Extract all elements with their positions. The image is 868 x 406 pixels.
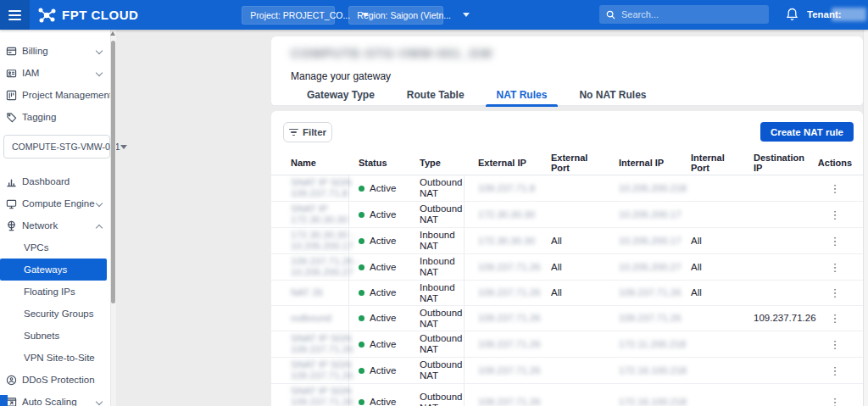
tab-gateway-type[interactable]: Gateway Type xyxy=(291,84,391,106)
cell-text: All xyxy=(691,236,702,247)
redacted-text: 10.205.200.17 xyxy=(619,209,682,220)
compute-engine-icon xyxy=(6,198,17,209)
cell-destination-ip xyxy=(740,281,807,305)
menu-toggle-button[interactable] xyxy=(0,0,30,30)
cell-type: Outbound NAT xyxy=(417,384,465,406)
filter-button-label: Filter xyxy=(303,127,326,137)
redacted-text: SNAT IP SGN xyxy=(291,386,352,397)
cell-internal-ip: 10.205.200.17 xyxy=(605,202,677,227)
table-row: SNAT IP172.30.30.30ActiveOutbound NAT172… xyxy=(271,202,863,228)
cell-destination-ip xyxy=(740,254,807,280)
cell-external-port: All xyxy=(537,254,605,280)
sidebar-item-label: Dashboard xyxy=(20,176,70,186)
sidebar-item-network[interactable]: Network xyxy=(0,214,116,236)
table-row: SNAT IP SGN109.237.71.26ActiveOutbound N… xyxy=(271,331,863,358)
sidebar-scrollbar[interactable] xyxy=(110,30,116,406)
redacted-text: 10.205.200.27 xyxy=(291,267,353,278)
row-actions-kebab-menu[interactable]: ⋮ xyxy=(830,313,841,324)
sidebar-item-ddos-protection[interactable]: DDoS Protection xyxy=(0,369,116,391)
row-actions-kebab-menu[interactable]: ⋮ xyxy=(830,209,841,220)
sidebar-item-label: IAM xyxy=(20,68,39,78)
redacted-text: SNAT IP SGN xyxy=(291,333,352,344)
cell-actions: ⋮ xyxy=(807,228,863,253)
row-actions-kebab-menu[interactable]: ⋮ xyxy=(830,236,841,247)
cell-text: All xyxy=(551,287,562,298)
redacted-text: 109.237.71.26 xyxy=(291,344,353,355)
sidebar-item-iam[interactable]: IAM xyxy=(0,62,116,84)
cell-internal-ip: 109.237.71.26 xyxy=(605,281,677,305)
sidebar-item-auto-scaling[interactable]: Auto Scaling xyxy=(0,391,116,406)
row-actions-kebab-menu[interactable]: ⋮ xyxy=(830,365,841,376)
project-selector-label: Project: PROJECT_CO... xyxy=(250,10,350,20)
region-selector[interactable]: Region: Saigon (Vietn... xyxy=(348,6,443,25)
cell-destination-ip xyxy=(740,175,807,201)
cell-internal-ip: 172.16.100.218 xyxy=(605,384,677,406)
sidebar-item-label: Gateways xyxy=(22,264,67,275)
sidebar-item-compute-engine[interactable]: Compute Engine xyxy=(0,192,116,214)
cell-text: Active xyxy=(370,287,396,298)
chevron-down-icon xyxy=(96,200,103,207)
sidebar-item-dashboard[interactable]: Dashboard xyxy=(0,170,116,192)
tab-bar: Gateway TypeRoute TableNAT RulesNo NAT R… xyxy=(271,84,863,106)
sidebar-item-vpn-site-to-site[interactable]: VPN Site-to-Site xyxy=(0,347,116,369)
row-actions-kebab-menu[interactable]: ⋮ xyxy=(830,262,841,273)
notifications-button[interactable] xyxy=(786,8,798,25)
tab-no-nat-rules[interactable]: No NAT Rules xyxy=(563,84,662,106)
cell-destination-ip xyxy=(740,358,807,383)
tab-nat-rules[interactable]: NAT Rules xyxy=(481,84,564,106)
search-input[interactable] xyxy=(621,9,757,19)
row-actions-kebab-menu[interactable]: ⋮ xyxy=(830,339,841,350)
cell-status: Active xyxy=(349,228,417,253)
gateway-header-card: COMPUTE-STG-VMW-001_GW Manage your gatew… xyxy=(271,36,863,106)
sidebar-item-security-groups[interactable]: Security Groups xyxy=(0,303,116,325)
cell-internal-port xyxy=(677,358,740,383)
cell-internal-port xyxy=(677,202,740,227)
search-icon xyxy=(606,10,615,19)
row-actions-kebab-menu[interactable]: ⋮ xyxy=(830,287,841,298)
status-active-dot xyxy=(359,290,364,296)
brand-text: FPT CLOUD xyxy=(62,8,138,22)
cell-actions: ⋮ xyxy=(807,306,863,331)
column-header-actions: Actions xyxy=(807,150,863,175)
cell-external-port xyxy=(537,306,605,331)
redacted-text: 172.30.30.30 - xyxy=(291,230,353,241)
brand-logo[interactable]: FPT CLOUD xyxy=(38,8,138,23)
sidebar-item-billing[interactable]: Billing xyxy=(0,40,116,62)
ddos-icon xyxy=(6,375,17,386)
vdc-selector[interactable]: COMPUTE-STG-VMW-001 xyxy=(3,135,110,159)
row-actions-kebab-menu[interactable]: ⋮ xyxy=(830,397,841,406)
cell-type: Inbound NAT xyxy=(417,281,465,305)
cell-actions: ⋮ xyxy=(807,254,863,280)
sidebar-item-tagging[interactable]: Tagging xyxy=(0,106,116,128)
page-scrollbar[interactable] xyxy=(863,30,868,406)
cell-name: outbound xyxy=(271,306,349,331)
redacted-text: 109.237.71.26 xyxy=(478,339,541,350)
global-search[interactable] xyxy=(599,5,769,24)
cell-external-ip: 109.237.71.26 xyxy=(465,331,537,357)
tab-route-table[interactable]: Route Table xyxy=(391,84,481,106)
cell-status: Active xyxy=(349,358,417,383)
cell-internal-port xyxy=(677,306,740,331)
sidebar-scrollbar-thumb[interactable] xyxy=(111,41,115,303)
cell-text: Active xyxy=(370,262,396,273)
scroll-up-arrow-icon xyxy=(110,31,115,36)
sidebar-item-floating-ips[interactable]: Floating IPs xyxy=(0,281,116,303)
sidebar-item-project-management[interactable]: Project Management xyxy=(0,84,116,106)
cell-external-port xyxy=(537,384,605,406)
redacted-text: 10.205.200.17 xyxy=(619,236,682,247)
sidebar-item-vpcs[interactable]: VPCs xyxy=(0,236,116,259)
create-nat-rule-button[interactable]: Create NAT rule xyxy=(760,122,854,142)
project-selector[interactable]: Project: PROJECT_CO... xyxy=(242,6,335,25)
sidebar-item-gateways[interactable]: Gateways xyxy=(0,259,107,281)
table-body: SNAT IP SGN109.237.71.8ActiveOutbound NA… xyxy=(271,175,863,406)
cell-type: Outbound NAT xyxy=(417,358,465,383)
main-content: COMPUTE-STG-VMW-001_GW Manage your gatew… xyxy=(116,30,868,406)
filter-button[interactable]: Filter xyxy=(283,122,332,142)
redacted-text: 109.237.71.26 xyxy=(619,313,682,324)
cell-text: Outbound NAT xyxy=(420,203,464,225)
table-toolbar: Filter Create NAT rule xyxy=(271,111,863,142)
sidebar-item-subnets[interactable]: Subnets xyxy=(0,325,116,347)
cell-status: Active xyxy=(349,254,417,280)
bottom-left-accent[interactable] xyxy=(0,395,8,406)
row-actions-kebab-menu[interactable]: ⋮ xyxy=(830,183,841,194)
